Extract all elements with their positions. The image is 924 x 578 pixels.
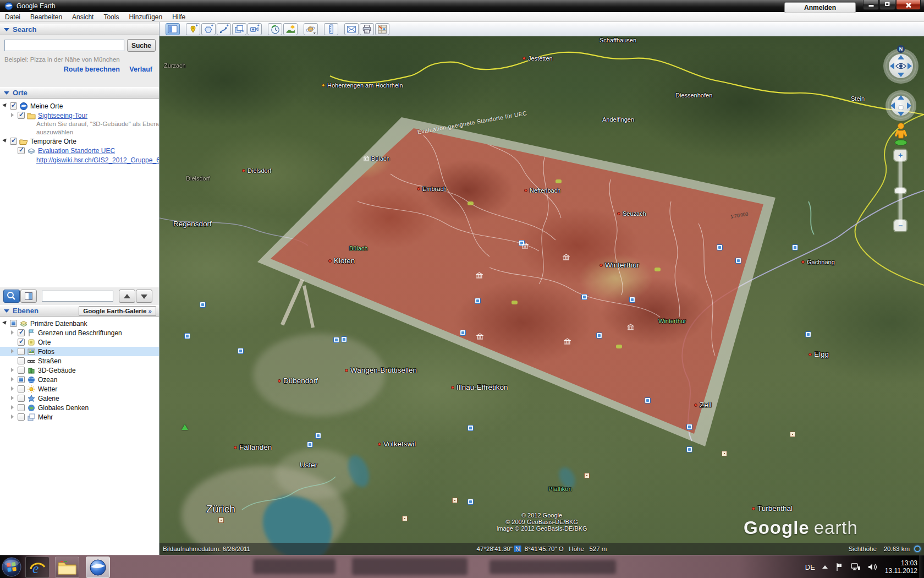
tree-label[interactable]: 3D-Gebäude — [38, 367, 76, 374]
tree-expander[interactable] — [10, 330, 16, 336]
image-overlay-button[interactable] — [232, 23, 246, 35]
tree-label[interactable]: Sightseeing-Tour — [38, 112, 87, 119]
menu-item-tools[interactable]: Tools — [98, 13, 124, 21]
tree-checkbox[interactable] — [18, 404, 25, 411]
network-icon[interactable] — [851, 563, 861, 571]
search-places-button[interactable] — [3, 290, 20, 303]
search-panel-header[interactable]: Search — [0, 24, 159, 35]
zoom-slider[interactable]: + − — [894, 150, 906, 231]
tree-checkbox[interactable] — [18, 329, 25, 336]
layers-row-globales-denken[interactable]: Globales Denken — [0, 403, 159, 412]
layers-row-grenzen-und-beschriftungen[interactable]: Grenzen und Beschriftungen — [0, 328, 159, 337]
clock[interactable]: 13:03 13.11.2012 — [885, 559, 917, 575]
tree-label[interactable]: Primäre Datenbank — [30, 320, 87, 328]
photo-marker-icon[interactable] — [686, 424, 692, 430]
tree-expander[interactable] — [10, 414, 16, 420]
photo-marker-icon[interactable] — [315, 433, 321, 439]
places-panel-header[interactable]: Orte — [0, 87, 159, 99]
zoom-out-button[interactable]: − — [894, 220, 906, 231]
layers-row-mehr[interactable]: Mehr — [0, 412, 159, 422]
record-tour-button[interactable] — [248, 23, 262, 35]
move-joystick[interactable] — [888, 92, 914, 119]
street-view-pegman[interactable] — [893, 122, 909, 146]
layers-row-ozean[interactable]: Ozean — [0, 375, 159, 384]
tree-expander[interactable] — [2, 320, 8, 326]
tree-label[interactable]: Galerie — [38, 395, 59, 402]
tree-checkbox[interactable] — [18, 395, 25, 402]
action-center-flag-icon[interactable] — [835, 563, 844, 571]
layers-row-prim-re-datenbank[interactable]: Primäre Datenbank — [0, 319, 159, 328]
places-filter-input[interactable] — [42, 291, 113, 302]
layers-panel-header[interactable]: Ebenen Google Earth-Galerie » — [0, 305, 159, 317]
tree-checkbox[interactable] — [10, 320, 17, 327]
tree-label[interactable]: Temporäre Orte — [30, 138, 76, 145]
path-button[interactable] — [217, 23, 231, 35]
tree-label[interactable]: Meine Orte — [30, 102, 63, 110]
photo-marker-icon[interactable] — [792, 244, 798, 250]
taskbar-internet-explorer[interactable]: e — [25, 557, 50, 578]
email-button[interactable] — [344, 23, 359, 35]
historical-imagery-button[interactable] — [268, 23, 282, 35]
sign-in-button[interactable]: Anmelden — [784, 2, 856, 13]
tree-checkbox[interactable] — [18, 147, 25, 154]
photo-marker-icon[interactable] — [645, 397, 651, 403]
look-down-arrow[interactable] — [898, 73, 904, 77]
close-button[interactable] — [896, 0, 921, 10]
photo-marker-icon[interactable] — [238, 348, 244, 354]
tree-expander[interactable] — [10, 405, 16, 411]
places-row-tempor-re-orte[interactable]: Temporäre Orte — [0, 137, 159, 146]
tree-checkbox[interactable] — [18, 112, 25, 119]
photo-marker-icon[interactable] — [596, 332, 602, 339]
ruler-button[interactable] — [324, 23, 338, 35]
tree-label[interactable]: Globales Denken — [38, 404, 89, 412]
layers-row-3d-geb-ude[interactable]: 3D-Gebäude — [0, 366, 159, 375]
tree-expander[interactable] — [10, 377, 16, 383]
sidebar-toggle-button[interactable] — [166, 23, 180, 35]
tree-expander[interactable] — [2, 103, 8, 109]
move-down-arrow[interactable] — [898, 112, 904, 116]
webcam-marker-icon[interactable] — [402, 516, 408, 521]
photo-marker-icon[interactable] — [341, 336, 347, 342]
tree-expander[interactable] — [2, 138, 8, 144]
menu-item-datei[interactable]: Datei — [0, 13, 25, 21]
show-hidden-icons-button[interactable] — [822, 565, 828, 569]
placemark-button[interactable] — [186, 23, 200, 35]
layers-row-stra-en[interactable]: Straßen — [0, 356, 159, 366]
move-up-button[interactable] — [119, 290, 135, 303]
tree-expander[interactable] — [10, 386, 16, 392]
photo-marker-icon[interactable] — [805, 331, 811, 337]
photo-marker-icon[interactable] — [735, 258, 741, 264]
look-right-arrow[interactable] — [908, 63, 912, 69]
tree-checkbox[interactable] — [18, 385, 25, 392]
look-joystick[interactable]: N — [886, 51, 916, 81]
webcam-marker-icon[interactable] — [218, 517, 224, 523]
photo-marker-icon[interactable] — [200, 302, 206, 308]
places-row-http-giswiki-hsr-ch-gis2-2012-gruppe-6[interactable]: http://giswiki.hsr.ch/GIS2_2012_Gruppe_6 — [0, 155, 159, 165]
tree-label[interactable]: Straßen — [38, 357, 62, 365]
layers-row-orte[interactable]: Orte — [0, 337, 159, 347]
photo-marker-icon[interactable] — [686, 446, 692, 452]
tree-link[interactable]: http://giswiki.hsr.ch/GIS2_2012_Gruppe_6 — [36, 156, 159, 164]
compass-north-icon[interactable]: N — [897, 45, 905, 53]
webcam-marker-icon[interactable] — [722, 451, 727, 456]
photo-marker-icon[interactable] — [629, 297, 635, 303]
menu-item-ansicht[interactable]: Ansicht — [67, 13, 98, 21]
move-left-arrow[interactable] — [890, 102, 895, 109]
landmark-marker-icon[interactable] — [563, 253, 570, 263]
landmark-marker-icon[interactable] — [476, 332, 483, 342]
landmark-marker-icon[interactable] — [521, 241, 529, 251]
tree-label[interactable]: Mehr — [38, 413, 53, 421]
start-button[interactable] — [1, 557, 22, 577]
photo-marker-icon[interactable] — [581, 294, 587, 300]
landmark-marker-icon[interactable] — [564, 337, 571, 347]
photo-marker-icon[interactable] — [184, 333, 190, 339]
taskbar-google-earth[interactable] — [86, 557, 110, 578]
volume-icon[interactable] — [868, 563, 878, 571]
view-in-maps-button[interactable] — [375, 23, 389, 35]
webcam-marker-icon[interactable] — [452, 498, 458, 503]
tree-label[interactable]: Orte — [38, 339, 51, 346]
photo-marker-icon[interactable] — [468, 499, 474, 505]
move-up-arrow[interactable] — [898, 95, 904, 100]
restore-button[interactable] — [879, 0, 895, 10]
photo-marker-icon[interactable] — [468, 425, 474, 431]
